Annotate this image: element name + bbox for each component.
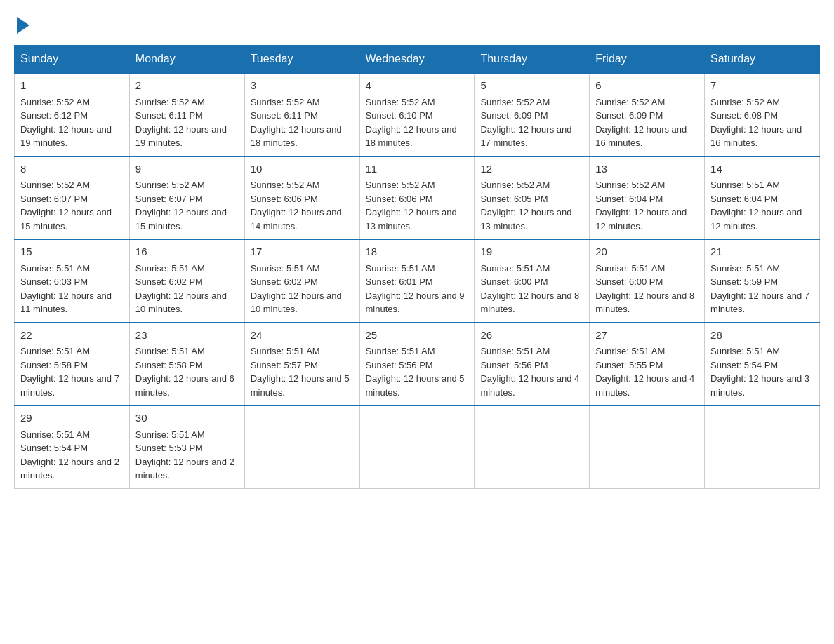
logo — [14, 14, 29, 31]
calendar-cell: 21Sunrise: 5:51 AMSunset: 5:59 PMDayligh… — [705, 239, 820, 323]
calendar-cell: 9Sunrise: 5:52 AMSunset: 6:07 PMDaylight… — [129, 156, 244, 240]
calendar-cell: 7Sunrise: 5:52 AMSunset: 6:08 PMDaylight… — [705, 73, 820, 156]
calendar-cell: 20Sunrise: 5:51 AMSunset: 6:00 PMDayligh… — [590, 239, 705, 323]
calendar-cell: 18Sunrise: 5:51 AMSunset: 6:01 PMDayligh… — [359, 239, 475, 323]
day-number: 21 — [710, 244, 814, 260]
day-number: 5 — [480, 78, 583, 94]
day-info: Sunrise: 5:52 AMSunset: 6:09 PMDaylight:… — [595, 95, 699, 150]
day-info: Sunrise: 5:51 AMSunset: 5:58 PMDaylight:… — [20, 344, 124, 399]
calendar-cell: 2Sunrise: 5:52 AMSunset: 6:11 PMDaylight… — [129, 73, 244, 156]
day-info: Sunrise: 5:52 AMSunset: 6:04 PMDaylight:… — [595, 178, 699, 233]
page-header — [14, 14, 820, 31]
day-number: 7 — [710, 78, 814, 94]
day-number: 11 — [366, 161, 469, 177]
day-number: 20 — [595, 244, 699, 260]
calendar-cell: 24Sunrise: 5:51 AMSunset: 5:57 PMDayligh… — [244, 323, 359, 406]
calendar-cell: 26Sunrise: 5:51 AMSunset: 5:56 PMDayligh… — [475, 323, 590, 406]
day-number: 24 — [251, 328, 354, 344]
day-info: Sunrise: 5:51 AMSunset: 5:59 PMDaylight:… — [710, 262, 814, 316]
day-info: Sunrise: 5:52 AMSunset: 6:11 PMDaylight:… — [251, 95, 354, 150]
calendar-cell: 30Sunrise: 5:51 AMSunset: 5:53 PMDayligh… — [129, 405, 244, 488]
day-info: Sunrise: 5:51 AMSunset: 5:56 PMDaylight:… — [366, 344, 469, 399]
day-number: 10 — [251, 161, 354, 177]
calendar-cell: 4Sunrise: 5:52 AMSunset: 6:10 PMDaylight… — [359, 73, 475, 156]
day-number: 1 — [20, 78, 124, 94]
logo-arrow-icon — [17, 17, 29, 34]
calendar-cell — [705, 405, 820, 488]
day-info: Sunrise: 5:51 AMSunset: 5:54 PMDaylight:… — [710, 344, 814, 399]
day-info: Sunrise: 5:51 AMSunset: 5:58 PMDaylight:… — [135, 344, 239, 399]
day-number: 28 — [710, 328, 814, 344]
calendar-cell: 22Sunrise: 5:51 AMSunset: 5:58 PMDayligh… — [15, 323, 130, 406]
calendar-cell: 14Sunrise: 5:51 AMSunset: 6:04 PMDayligh… — [705, 156, 820, 240]
day-number: 29 — [20, 410, 124, 427]
day-info: Sunrise: 5:51 AMSunset: 6:04 PMDaylight:… — [710, 178, 814, 233]
day-number: 25 — [366, 328, 469, 344]
day-info: Sunrise: 5:52 AMSunset: 6:07 PMDaylight:… — [20, 178, 124, 233]
calendar-cell — [359, 405, 475, 488]
day-number: 18 — [366, 244, 469, 260]
day-info: Sunrise: 5:51 AMSunset: 6:01 PMDaylight:… — [366, 262, 469, 316]
day-info: Sunrise: 5:52 AMSunset: 6:05 PMDaylight:… — [480, 178, 583, 233]
day-number: 23 — [135, 328, 239, 344]
calendar-cell: 19Sunrise: 5:51 AMSunset: 6:00 PMDayligh… — [475, 239, 590, 323]
day-info: Sunrise: 5:51 AMSunset: 6:02 PMDaylight:… — [251, 262, 354, 316]
day-info: Sunrise: 5:51 AMSunset: 6:00 PMDaylight:… — [480, 262, 583, 316]
calendar-header-row: SundayMondayTuesdayWednesdayThursdayFrid… — [15, 46, 820, 74]
day-info: Sunrise: 5:52 AMSunset: 6:09 PMDaylight:… — [480, 95, 583, 150]
week-row-4: 22Sunrise: 5:51 AMSunset: 5:58 PMDayligh… — [15, 323, 820, 406]
calendar-cell: 23Sunrise: 5:51 AMSunset: 5:58 PMDayligh… — [129, 323, 244, 406]
calendar-cell — [475, 405, 590, 488]
day-number: 19 — [480, 244, 583, 260]
day-number: 12 — [480, 161, 583, 177]
day-number: 14 — [710, 161, 814, 177]
calendar-cell — [590, 405, 705, 488]
calendar-cell: 8Sunrise: 5:52 AMSunset: 6:07 PMDaylight… — [15, 156, 130, 240]
day-info: Sunrise: 5:52 AMSunset: 6:08 PMDaylight:… — [710, 95, 814, 150]
column-header-thursday: Thursday — [475, 46, 590, 74]
calendar-cell: 16Sunrise: 5:51 AMSunset: 6:02 PMDayligh… — [129, 239, 244, 323]
column-header-sunday: Sunday — [15, 46, 130, 74]
week-row-1: 1Sunrise: 5:52 AMSunset: 6:12 PMDaylight… — [15, 73, 820, 156]
calendar-cell: 15Sunrise: 5:51 AMSunset: 6:03 PMDayligh… — [15, 239, 130, 323]
day-info: Sunrise: 5:51 AMSunset: 5:54 PMDaylight:… — [20, 428, 124, 483]
day-number: 8 — [20, 161, 124, 177]
day-info: Sunrise: 5:51 AMSunset: 5:55 PMDaylight:… — [595, 344, 699, 399]
day-info: Sunrise: 5:51 AMSunset: 5:57 PMDaylight:… — [251, 344, 354, 399]
day-number: 30 — [135, 410, 239, 427]
week-row-5: 29Sunrise: 5:51 AMSunset: 5:54 PMDayligh… — [15, 405, 820, 488]
calendar-cell: 13Sunrise: 5:52 AMSunset: 6:04 PMDayligh… — [590, 156, 705, 240]
calendar-cell: 12Sunrise: 5:52 AMSunset: 6:05 PMDayligh… — [475, 156, 590, 240]
day-number: 4 — [366, 78, 469, 94]
day-number: 27 — [595, 328, 699, 344]
calendar-cell: 25Sunrise: 5:51 AMSunset: 5:56 PMDayligh… — [359, 323, 475, 406]
calendar-cell: 10Sunrise: 5:52 AMSunset: 6:06 PMDayligh… — [244, 156, 359, 240]
day-number: 22 — [20, 328, 124, 344]
day-info: Sunrise: 5:52 AMSunset: 6:10 PMDaylight:… — [366, 95, 469, 150]
column-header-saturday: Saturday — [705, 46, 820, 74]
calendar-table: SundayMondayTuesdayWednesdayThursdayFrid… — [14, 45, 820, 489]
day-info: Sunrise: 5:51 AMSunset: 5:53 PMDaylight:… — [135, 428, 239, 483]
day-info: Sunrise: 5:51 AMSunset: 6:03 PMDaylight:… — [20, 262, 124, 316]
calendar-cell: 28Sunrise: 5:51 AMSunset: 5:54 PMDayligh… — [705, 323, 820, 406]
day-info: Sunrise: 5:52 AMSunset: 6:07 PMDaylight:… — [135, 178, 239, 233]
day-info: Sunrise: 5:52 AMSunset: 6:06 PMDaylight:… — [251, 178, 354, 233]
day-info: Sunrise: 5:52 AMSunset: 6:06 PMDaylight:… — [366, 178, 469, 233]
day-info: Sunrise: 5:51 AMSunset: 6:00 PMDaylight:… — [595, 262, 699, 316]
calendar-cell: 1Sunrise: 5:52 AMSunset: 6:12 PMDaylight… — [15, 73, 130, 156]
day-number: 15 — [20, 244, 124, 260]
day-number: 9 — [135, 161, 239, 177]
day-number: 26 — [480, 328, 583, 344]
calendar-cell: 11Sunrise: 5:52 AMSunset: 6:06 PMDayligh… — [359, 156, 475, 240]
calendar-cell — [244, 405, 359, 488]
week-row-2: 8Sunrise: 5:52 AMSunset: 6:07 PMDaylight… — [15, 156, 820, 240]
day-info: Sunrise: 5:52 AMSunset: 6:11 PMDaylight:… — [135, 95, 239, 150]
day-number: 2 — [135, 78, 239, 94]
column-header-monday: Monday — [129, 46, 244, 74]
column-header-wednesday: Wednesday — [359, 46, 475, 74]
day-info: Sunrise: 5:52 AMSunset: 6:12 PMDaylight:… — [20, 95, 124, 150]
calendar-cell: 27Sunrise: 5:51 AMSunset: 5:55 PMDayligh… — [590, 323, 705, 406]
calendar-cell: 6Sunrise: 5:52 AMSunset: 6:09 PMDaylight… — [590, 73, 705, 156]
calendar-cell: 29Sunrise: 5:51 AMSunset: 5:54 PMDayligh… — [15, 405, 130, 488]
day-number: 6 — [595, 78, 699, 94]
